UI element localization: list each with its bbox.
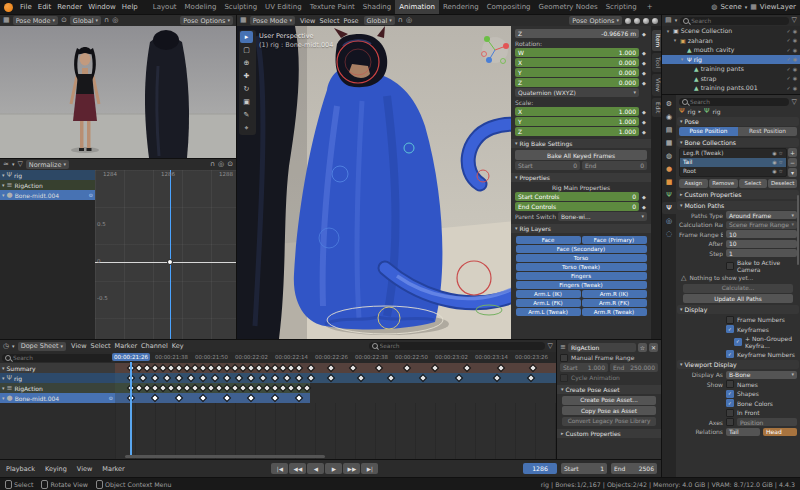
dope-sheet-mode-dropdown[interactable]: Dope Sheet▾: [18, 342, 66, 351]
snap-magnet-icon[interactable]: ∩: [398, 17, 403, 24]
tool-tab[interactable]: ⚙: [662, 98, 676, 110]
play-button[interactable]: ▶: [325, 463, 342, 474]
visibility-eye-icon[interactable]: ◉: [772, 168, 776, 174]
shading-solid-icon[interactable]: [634, 18, 640, 24]
channel-search-input[interactable]: [13, 355, 110, 361]
keyframe-diamond[interactable]: [176, 385, 182, 391]
remove-collection-button[interactable]: −: [788, 158, 797, 167]
keyframe-diamond[interactable]: [388, 375, 394, 381]
outliner-search-input[interactable]: [691, 18, 785, 24]
bone-collections-panel-header[interactable]: ▾Bone Collections: [677, 138, 799, 147]
scale-x-field[interactable]: X1.000: [515, 107, 639, 116]
keyframe-diamond[interactable]: [432, 365, 438, 371]
keyframe-diamond[interactable]: [328, 375, 334, 381]
rotation-w-field[interactable]: W1.000: [515, 48, 639, 57]
filter-funnel-icon[interactable]: ▽: [17, 161, 22, 168]
scene-selector[interactable]: Scene: [720, 3, 741, 11]
dope-sheet-timeline[interactable]: 00:00:21:3800:00:21:5000:00:22:0200:00:2…: [115, 352, 556, 459]
select-box-tool[interactable]: ▢: [240, 44, 253, 56]
main-viewport[interactable]: ▸▢⊕✚↻▣✎⌖ User Perspective (1) rig : Bone…: [237, 26, 661, 339]
graph-channel-bone-midt-004[interactable]: ▾●Bone-midt.004⊙: [0, 190, 95, 200]
render-visibility-icon[interactable]: ◉: [793, 47, 797, 53]
keyframe-row-bone-midt-004[interactable]: [115, 393, 556, 403]
step-field[interactable]: 1: [726, 249, 797, 257]
keyframe-diamond[interactable]: [248, 375, 254, 381]
expand-icon[interactable]: ▾: [2, 193, 5, 198]
keyframe-indicator-icon[interactable]: ◆: [641, 80, 647, 86]
viewport-display-panel-header[interactable]: ▾Viewport Display: [677, 360, 799, 369]
dope-menu-marker[interactable]: Marker: [113, 342, 139, 350]
rig-layer-button-arm-l-fk[interactable]: Arm.L (FK): [516, 299, 581, 307]
dope-menu-select[interactable]: Select: [89, 342, 113, 350]
rotation-y-field[interactable]: Y0.000: [515, 68, 639, 77]
expand-icon[interactable]: ▾: [2, 386, 5, 391]
keyframe-diamond[interactable]: [184, 385, 190, 391]
expand-icon[interactable]: ▾: [2, 396, 5, 401]
workspace-tab-texture-paint[interactable]: Texture Paint: [306, 0, 359, 14]
render-visibility-icon[interactable]: ◉: [793, 85, 797, 91]
rig-layers-panel-header[interactable]: ▾Rig Layers: [511, 224, 651, 233]
proportional-icon[interactable]: ◎: [218, 161, 224, 168]
keyframe-indicator-icon[interactable]: ◆: [641, 70, 647, 76]
shading-material-icon[interactable]: [643, 18, 649, 24]
keyframe-diamond[interactable]: [256, 385, 262, 391]
keyframe-diamond[interactable]: [200, 385, 206, 391]
keyframe-diamond[interactable]: [168, 385, 174, 391]
bone-collection-tail[interactable]: Tail◉☆: [680, 158, 786, 167]
keyframe-diamond[interactable]: [272, 375, 278, 381]
expand-icon[interactable]: ▾: [2, 366, 5, 371]
properties-search[interactable]: [679, 98, 789, 106]
keyframe-diamond[interactable]: [184, 365, 190, 371]
expand-icon[interactable]: ▾: [679, 56, 685, 62]
visibility-toggles[interactable]: ✓◉: [786, 56, 797, 62]
keyframe-indicator-icon[interactable]: ◆: [641, 60, 647, 66]
action-name-field[interactable]: RigAction: [568, 343, 636, 352]
filter-funnel-icon[interactable]: ▽: [792, 17, 797, 24]
filter-funnel-icon[interactable]: ▽: [792, 99, 797, 106]
dope-menu-key[interactable]: Key: [170, 342, 186, 350]
visibility-eye-icon[interactable]: ◉: [772, 159, 776, 165]
keyframe-diamond[interactable]: [248, 395, 254, 401]
shading-rendered-icon[interactable]: [652, 18, 658, 24]
viewport-menu-select[interactable]: Select: [317, 17, 341, 25]
graph-editor-icon[interactable]: ≈: [3, 161, 9, 168]
keyframe-diamond[interactable]: [272, 365, 278, 371]
jump-to-end-button[interactable]: ▶|: [361, 463, 378, 474]
keyframe-diamond[interactable]: [328, 365, 334, 371]
graph-editor[interactable]: ▾Ψrig▾≡RigAction▾●Bone-midt.004⊙ 1284128…: [0, 170, 236, 339]
location-z-field[interactable]: Z-0.96676 m: [515, 29, 639, 38]
keyframe-diamond[interactable]: [136, 385, 142, 391]
bone-constraint-tab[interactable]: ◎: [662, 215, 676, 227]
keyframe-numbers-checkbox[interactable]: ✓: [726, 350, 734, 358]
outliner-item-scene-collection[interactable]: ▾▣Scene Collection✓◉: [662, 26, 800, 36]
keyframe-diamond[interactable]: [530, 365, 536, 371]
shapes-checkbox[interactable]: ✓: [726, 390, 734, 398]
graph-channel-rig[interactable]: ▾Ψrig: [0, 170, 95, 180]
keyframe-diamond[interactable]: [358, 375, 364, 381]
expand-icon[interactable]: ▾: [672, 37, 678, 43]
keyframe-diamond[interactable]: [152, 365, 158, 371]
visibility-eye-icon[interactable]: ◉: [772, 150, 776, 156]
rig-layer-button-arm-l-tweak[interactable]: Arm.L (Tweak): [516, 308, 581, 316]
keyframe-diamond[interactable]: [248, 385, 254, 391]
bone-tab[interactable]: Ψ: [662, 202, 676, 214]
workspace-tab-scripting[interactable]: Scripting: [602, 0, 641, 14]
cursor-tool[interactable]: ⊕: [240, 57, 253, 69]
graph-channel-rigaction[interactable]: ▾≡RigAction: [0, 180, 95, 190]
display-as-dropdown[interactable]: B-Bone▾: [726, 371, 797, 379]
workspace-tab-modeling[interactable]: Modeling: [181, 0, 221, 14]
solo-star-icon[interactable]: ☆: [779, 168, 783, 174]
render-visibility-icon[interactable]: ◉: [793, 37, 797, 43]
keyframe-indicator-icon[interactable]: ◆: [641, 119, 647, 125]
rig-layer-button-face[interactable]: Face: [516, 236, 581, 244]
rotate-tool[interactable]: ↻: [240, 83, 253, 95]
shading-wireframe-icon[interactable]: [625, 18, 631, 24]
keyframe-row-rig[interactable]: [115, 373, 556, 383]
view-layer-tab[interactable]: ▦: [662, 137, 676, 149]
rig-layer-button-torso[interactable]: Torso: [516, 254, 647, 262]
transform-tool[interactable]: ▣: [240, 96, 253, 108]
render-visibility-icon[interactable]: ◉: [793, 66, 797, 72]
scene-tab[interactable]: ◍: [662, 150, 676, 162]
paths-type-dropdown[interactable]: Around Frame▾: [726, 211, 797, 219]
keyframe-diamond[interactable]: [216, 365, 222, 371]
